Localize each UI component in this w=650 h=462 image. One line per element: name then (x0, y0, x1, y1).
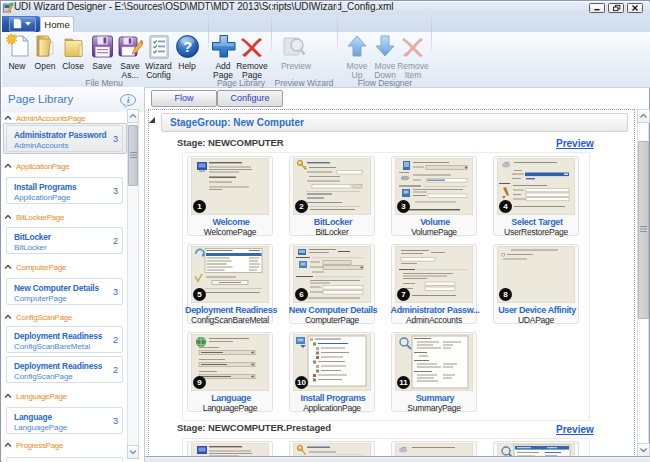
svg-text:?: ? (183, 38, 192, 55)
